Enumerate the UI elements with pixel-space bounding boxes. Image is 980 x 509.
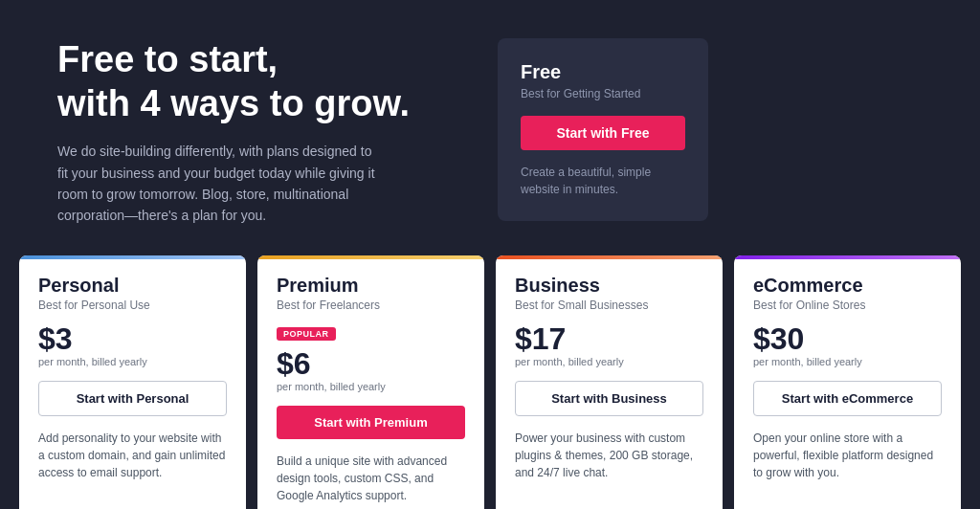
plan-card-personal: Personal Best for Personal Use $3 per mo… [19, 255, 246, 509]
popular-badge: POPULAR [277, 327, 336, 341]
plan-name-business: Business [515, 275, 703, 297]
plan-tagline-personal: Best for Personal Use [38, 299, 227, 312]
hero-description: We do site-building differently, with pl… [57, 141, 383, 227]
plan-card-premium: Premium Best for Freelancers POPULAR $6 … [257, 255, 484, 509]
plan-card-business: Business Best for Small Businesses $17 p… [496, 255, 723, 509]
hero-title: Free to start,with 4 ways to grow. [57, 38, 459, 125]
plan-description-personal: Add personality to your website with a c… [38, 430, 227, 481]
free-card-description: Create a beautiful, simple website in mi… [521, 164, 685, 198]
plans-section: Personal Best for Personal Use $3 per mo… [0, 255, 980, 509]
hero-text: Free to start,with 4 ways to grow. We do… [57, 38, 459, 227]
plan-description-ecommerce: Open your online store with a powerful, … [753, 430, 942, 481]
plan-button-personal[interactable]: Start with Personal [38, 381, 227, 416]
plan-price-period-personal: per month, billed yearly [38, 356, 227, 367]
plan-card-ecommerce: eCommerce Best for Online Stores $30 per… [734, 255, 961, 509]
plan-tagline-ecommerce: Best for Online Stores [753, 299, 942, 312]
plan-tagline-premium: Best for Freelancers [277, 299, 465, 312]
plan-price-period-premium: per month, billed yearly [277, 381, 465, 392]
plan-name-ecommerce: eCommerce [753, 275, 942, 297]
plan-name-personal: Personal [38, 275, 227, 297]
top-section: Free to start,with 4 ways to grow. We do… [0, 0, 980, 255]
plan-price-ecommerce: $30 [753, 323, 942, 354]
plan-button-premium[interactable]: Start with Premium [277, 406, 465, 439]
plan-price-personal: $3 [38, 323, 227, 354]
plan-description-premium: Build a unique site with advanced design… [277, 453, 465, 504]
free-card-title: Free [521, 61, 685, 83]
plan-tagline-business: Best for Small Businesses [515, 299, 703, 312]
plan-button-ecommerce[interactable]: Start with eCommerce [753, 381, 942, 416]
free-card-subtitle: Best for Getting Started [521, 87, 685, 100]
free-plan-card: Free Best for Getting Started Start with… [498, 38, 708, 221]
plan-name-premium: Premium [277, 275, 465, 297]
start-free-button[interactable]: Start with Free [521, 116, 685, 150]
plan-price-premium: $6 [277, 348, 465, 379]
plan-price-period-ecommerce: per month, billed yearly [753, 356, 942, 367]
plan-price-business: $17 [515, 323, 703, 354]
plan-button-business[interactable]: Start with Business [515, 381, 703, 416]
plan-price-period-business: per month, billed yearly [515, 356, 703, 367]
plan-description-business: Power your business with custom plugins … [515, 430, 703, 481]
